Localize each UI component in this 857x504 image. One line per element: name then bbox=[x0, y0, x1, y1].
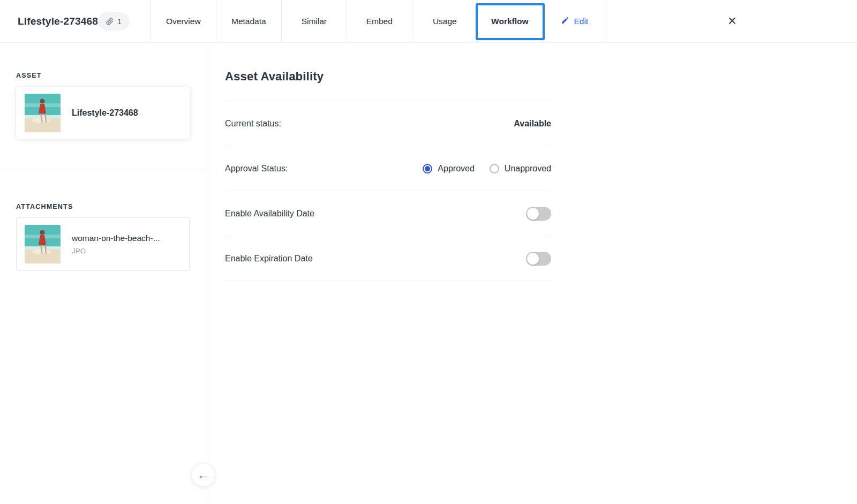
page-title: Lifestyle-273468 bbox=[18, 16, 98, 27]
edit-button[interactable]: Edit bbox=[543, 0, 607, 42]
expiration-date-toggle[interactable] bbox=[526, 252, 551, 266]
current-status-row: Current status: Available bbox=[225, 101, 551, 146]
tab-embed[interactable]: Embed bbox=[347, 0, 412, 42]
attachments-count: 1 bbox=[117, 17, 122, 26]
asset-section-heading: ASSET bbox=[16, 72, 190, 79]
approval-radio-group: Approved Unapproved bbox=[423, 164, 551, 174]
edit-button-label: Edit bbox=[574, 17, 588, 26]
radio-option-unapproved[interactable]: Unapproved bbox=[490, 164, 551, 174]
tab-usage[interactable]: Usage bbox=[412, 0, 477, 42]
toggle-knob bbox=[527, 252, 539, 265]
asset-card-title: Lifestyle-273468 bbox=[72, 108, 138, 118]
availability-date-label: Enable Availability Date bbox=[225, 209, 314, 219]
asset-card[interactable]: Lifestyle-273468 bbox=[16, 87, 190, 139]
back-button[interactable]: ← bbox=[191, 463, 215, 487]
attachment-info: woman-on-the-beach-... JPG bbox=[72, 234, 160, 255]
attachment-file-type: JPG bbox=[72, 247, 160, 255]
asset-sidebar: ASSET Lifestyle-273468 ATTACHMENTS bbox=[0, 43, 206, 504]
radio-option-approved[interactable]: Approved bbox=[423, 164, 475, 174]
panel-heading: Asset Availability bbox=[225, 70, 551, 84]
radio-selected-icon bbox=[423, 164, 432, 174]
sidebar-section-divider bbox=[0, 170, 206, 170]
current-status-label: Current status: bbox=[225, 119, 281, 129]
approval-status-label: Approval Status: bbox=[225, 164, 288, 174]
radio-unapproved-label: Unapproved bbox=[505, 164, 551, 174]
radio-unselected-icon bbox=[490, 164, 499, 174]
edit-pencil-icon bbox=[561, 16, 569, 27]
asset-detail-header: Lifestyle-273468 1 Overview Metadata Sim… bbox=[0, 0, 857, 43]
attachment-file-name: woman-on-the-beach-... bbox=[72, 234, 160, 243]
close-icon: × bbox=[728, 14, 736, 28]
tab-similar[interactable]: Similar bbox=[281, 0, 347, 42]
paperclip-icon bbox=[106, 18, 114, 25]
asset-thumbnail-beach-photo bbox=[25, 94, 61, 132]
tab-bar: Overview Metadata Similar Embed Usage Wo… bbox=[151, 0, 543, 42]
expiration-date-row: Enable Expiration Date bbox=[225, 236, 551, 281]
tab-workflow[interactable]: Workflow bbox=[477, 0, 543, 42]
radio-approved-label: Approved bbox=[438, 164, 475, 174]
attachments-count-badge[interactable]: 1 bbox=[98, 12, 130, 31]
back-arrow-icon: ← bbox=[198, 469, 209, 481]
availability-date-row: Enable Availability Date bbox=[225, 191, 551, 236]
attachment-thumbnail-beach-photo bbox=[25, 225, 61, 264]
availability-date-toggle[interactable] bbox=[526, 207, 551, 221]
toggle-knob bbox=[527, 207, 539, 220]
attachment-card[interactable]: woman-on-the-beach-... JPG bbox=[16, 217, 190, 271]
approval-status-row: Approval Status: Approved Unapproved bbox=[225, 146, 551, 191]
availability-settings: Current status: Available Approval Statu… bbox=[225, 101, 551, 281]
expiration-date-label: Enable Expiration Date bbox=[225, 254, 313, 264]
current-status-value: Available bbox=[514, 119, 551, 129]
workflow-panel: Asset Availability Current status: Avail… bbox=[225, 43, 551, 281]
close-button[interactable]: × bbox=[607, 0, 857, 42]
tab-metadata[interactable]: Metadata bbox=[216, 0, 281, 42]
tab-overview[interactable]: Overview bbox=[151, 0, 216, 42]
attachments-section-heading: ATTACHMENTS bbox=[16, 203, 190, 210]
